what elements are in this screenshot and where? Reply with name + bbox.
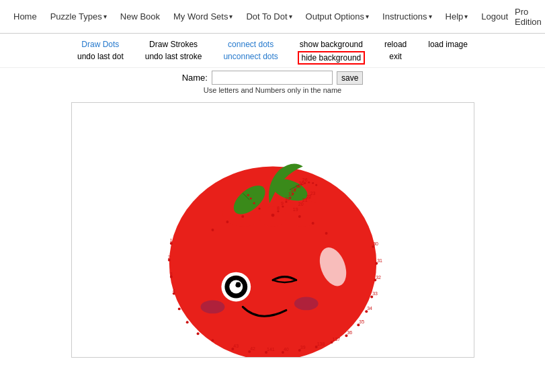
svg-point-16 bbox=[294, 297, 318, 310]
svg-point-23 bbox=[196, 332, 199, 335]
save-button[interactable]: save bbox=[337, 71, 363, 85]
nav-output-options[interactable]: Output Options ▾ bbox=[299, 7, 376, 26]
name-row: Name: save Use letters and Numbers only … bbox=[0, 68, 545, 95]
svg-text:33: 33 bbox=[372, 291, 378, 296]
svg-text:23: 23 bbox=[310, 191, 315, 196]
svg-text:32: 32 bbox=[376, 275, 381, 280]
draw-dots-button[interactable]: Draw Dots bbox=[79, 39, 122, 50]
chevron-down-icon: ▾ bbox=[289, 13, 292, 20]
svg-point-59 bbox=[249, 198, 251, 200]
svg-point-24 bbox=[211, 339, 214, 342]
svg-point-54 bbox=[308, 182, 310, 184]
undo-last-stroke-button[interactable]: undo last stroke bbox=[142, 51, 205, 62]
svg-text:137: 137 bbox=[332, 337, 340, 342]
svg-point-15 bbox=[200, 300, 224, 313]
toolbar-col-6: load image bbox=[419, 39, 477, 50]
chevron-down-icon: ▾ bbox=[429, 13, 432, 20]
undo-last-dot-button[interactable]: undo last dot bbox=[75, 51, 126, 62]
navigation: Home Puzzle Types ▾ New Book My Word Set… bbox=[0, 0, 545, 34]
nav-dot-to-dot[interactable]: Dot To Dot ▾ bbox=[239, 7, 298, 26]
svg-text:4: 4 bbox=[172, 288, 175, 293]
svg-point-28 bbox=[298, 215, 300, 218]
svg-text:138: 138 bbox=[317, 342, 325, 346]
toolbar-col-4: show background hide background bbox=[290, 39, 372, 65]
load-image-button[interactable]: load image bbox=[425, 39, 470, 50]
draw-strokes-button[interactable]: Draw Strokes bbox=[146, 39, 200, 50]
nav-my-word-sets[interactable]: My Word Sets ▾ bbox=[167, 7, 239, 26]
svg-point-25 bbox=[211, 229, 214, 231]
chevron-down-icon: ▾ bbox=[366, 13, 369, 20]
svg-text:8: 8 bbox=[276, 206, 279, 210]
svg-point-58 bbox=[253, 202, 255, 204]
svg-text:11: 11 bbox=[288, 192, 293, 196]
svg-text:39: 39 bbox=[300, 345, 305, 350]
svg-text:1: 1 bbox=[169, 238, 172, 243]
pro-edition-label: Pro Edition bbox=[515, 7, 542, 27]
svg-text:36: 36 bbox=[347, 330, 352, 335]
svg-text:20: 20 bbox=[298, 202, 303, 206]
chevron-down-icon: ▾ bbox=[464, 13, 468, 20]
svg-text:2: 2 bbox=[167, 255, 170, 260]
nav-logout[interactable]: Logout bbox=[474, 7, 515, 26]
show-background-button[interactable]: show background bbox=[297, 39, 366, 50]
svg-point-14 bbox=[233, 282, 236, 285]
svg-text:34: 34 bbox=[367, 306, 372, 311]
nav-help[interactable]: Help ▾ bbox=[439, 7, 475, 26]
svg-point-22 bbox=[185, 321, 188, 323]
svg-text:43: 43 bbox=[233, 344, 239, 348]
name-input[interactable] bbox=[212, 71, 333, 85]
nav-instructions[interactable]: Instructions ▾ bbox=[376, 7, 438, 26]
svg-text:30: 30 bbox=[373, 241, 378, 246]
svg-point-57 bbox=[258, 208, 260, 210]
nav-puzzle-types[interactable]: Puzzle Types ▾ bbox=[44, 7, 114, 26]
unconnect-dots-button[interactable]: unconnect dots bbox=[220, 51, 280, 62]
svg-point-26 bbox=[226, 221, 228, 223]
exit-button[interactable]: exit bbox=[386, 51, 405, 62]
svg-text:10: 10 bbox=[284, 196, 290, 201]
toolbar-col-3: connect dots unconnect dots bbox=[214, 39, 287, 62]
toolbar-col-2: Draw Strokes undo last stroke bbox=[136, 39, 212, 62]
svg-text:3: 3 bbox=[169, 272, 172, 276]
chevron-down-icon: ▾ bbox=[229, 13, 233, 20]
drawing-canvas[interactable]: 8 9 10 11 12 30 31 32 33 34 35 36 137 13… bbox=[71, 102, 474, 358]
svg-point-55 bbox=[312, 182, 314, 184]
name-label: Name: bbox=[182, 73, 208, 83]
svg-point-13 bbox=[235, 282, 241, 288]
nav-new-book[interactable]: New Book bbox=[114, 7, 167, 26]
chevron-down-icon: ▾ bbox=[103, 13, 107, 20]
svg-text:40: 40 bbox=[283, 347, 288, 352]
svg-text:141: 141 bbox=[267, 347, 275, 352]
svg-point-21 bbox=[177, 307, 180, 310]
toolbar-col-5: reload exit bbox=[375, 39, 416, 62]
svg-text:42: 42 bbox=[250, 346, 255, 351]
svg-point-29 bbox=[311, 222, 314, 225]
svg-text:26: 26 bbox=[302, 178, 307, 182]
svg-point-56 bbox=[315, 184, 317, 186]
svg-text:31: 31 bbox=[377, 258, 382, 263]
svg-point-60 bbox=[247, 194, 249, 196]
canvas-area: 8 9 10 11 12 30 31 32 33 34 35 36 137 13… bbox=[0, 95, 545, 364]
svg-point-8 bbox=[271, 214, 274, 217]
connect-dots-button[interactable]: connect dots bbox=[225, 39, 276, 50]
name-hint: Use letters and Numbers only in the name bbox=[204, 86, 341, 94]
svg-text:9: 9 bbox=[280, 201, 283, 206]
hide-background-button[interactable]: hide background bbox=[298, 51, 366, 65]
nav-items: Home Puzzle Types ▾ New Book My Word Set… bbox=[7, 7, 515, 26]
nav-home[interactable]: Home bbox=[7, 7, 44, 26]
svg-text:35: 35 bbox=[359, 319, 364, 324]
svg-text:19: 19 bbox=[292, 207, 298, 212]
reload-button[interactable]: reload bbox=[382, 39, 409, 50]
toolbar-col-1: Draw Dots undo last dot bbox=[68, 39, 133, 62]
svg-point-27 bbox=[241, 215, 244, 218]
svg-point-12 bbox=[229, 280, 243, 294]
drawing-toolbar: Draw Dots undo last dot Draw Strokes und… bbox=[0, 34, 545, 68]
svg-point-30 bbox=[325, 232, 327, 235]
apple-image: 8 9 10 11 12 30 31 32 33 34 35 36 137 13… bbox=[72, 103, 474, 357]
name-input-line: Name: save bbox=[182, 71, 364, 85]
